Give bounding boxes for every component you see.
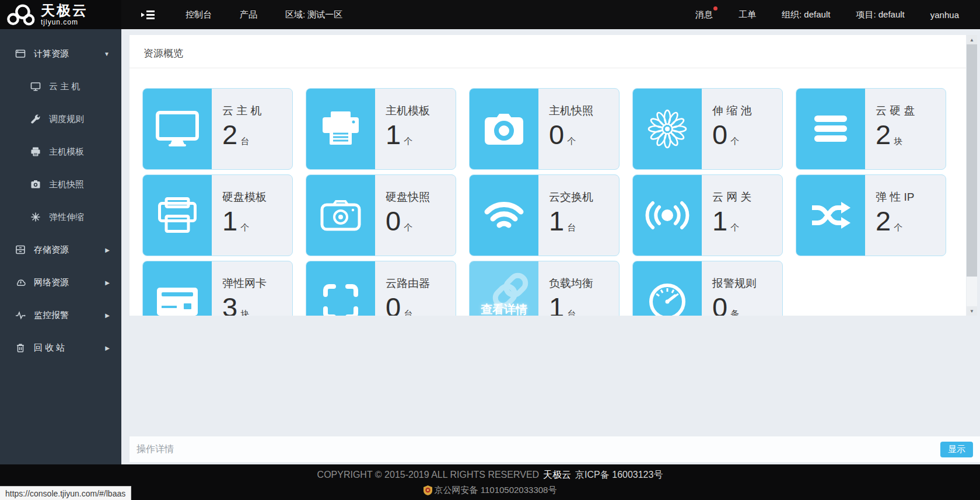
sidebar-item-elastic-scaling[interactable]: 弹性伸缩: [0, 201, 121, 233]
card-cloud-host[interactable]: 云 主 机 2台: [142, 88, 293, 170]
chevron-right-icon: ▶: [105, 345, 110, 351]
card-host-template[interactable]: 主机模板 1个: [306, 88, 456, 170]
elastic-nic-icon: [143, 261, 212, 316]
sidebar-item-label: 回 收 站: [34, 342, 65, 354]
chevron-right-icon: ▶: [105, 247, 110, 253]
show-button[interactable]: 显示: [940, 442, 973, 457]
card-alarm-rule[interactable]: 报警规则 0条: [632, 261, 783, 316]
sidebar-item-storage[interactable]: 存储资源 ▶: [0, 233, 121, 266]
scrollbar-thumb[interactable]: [967, 44, 977, 277]
monitor-icon: [30, 81, 41, 92]
card-unit: 个: [240, 222, 249, 232]
card-unit: 块: [894, 136, 902, 146]
icp-record-link[interactable]: 京ICP备 16003123号: [575, 469, 663, 481]
menu-console[interactable]: 控制台: [186, 9, 212, 20]
card-title: 伸 缩 池: [712, 103, 752, 118]
card-unit: 台: [240, 136, 249, 146]
host-snapshot-icon: [470, 89, 538, 169]
resource-cards: 云 主 机 2台 主机模板 1个: [130, 68, 966, 316]
scroll-down-icon[interactable]: ▼: [967, 306, 977, 316]
resource-overview-panel: 资源概览 云 主 机 2台: [130, 35, 966, 316]
menu-region[interactable]: 区域: 测试一区: [285, 9, 342, 20]
card-value: 3: [222, 292, 237, 316]
sidebar-item-label: 主机快照: [49, 179, 84, 190]
sidebar-item-schedule-rules[interactable]: 调度规则: [0, 103, 121, 135]
card-unit: 台: [404, 309, 412, 316]
card-title: 弹 性 IP: [876, 190, 915, 205]
card-title: 云 主 机: [222, 103, 262, 118]
messages-label: 消息: [695, 9, 713, 19]
card-title: 负载均衡: [549, 276, 593, 291]
sidebar-item-label: 计算资源: [34, 48, 69, 60]
chevron-right-icon: ▶: [105, 312, 110, 319]
card-scaling-pool[interactable]: 伸 缩 池 0个: [632, 88, 783, 170]
card-value: 1: [712, 205, 727, 236]
scroll-up-icon[interactable]: ▲: [967, 35, 977, 44]
tickets-link[interactable]: 工单: [738, 9, 756, 20]
sidebar-item-compute[interactable]: 计算资源 ▼: [0, 37, 121, 70]
card-cloud-gateway[interactable]: 云 网 关 1个: [632, 174, 783, 256]
card-elastic-nic[interactable]: 弹性网卡 3块: [142, 261, 293, 316]
sidebar-item-recycle-bin[interactable]: 回 收 站 ▶: [0, 331, 121, 364]
card-title: 硬盘快照: [386, 190, 430, 205]
cloud-switch-icon: [470, 175, 538, 256]
vertical-scrollbar[interactable]: ▲ ▼: [967, 35, 977, 316]
menu-products[interactable]: 产品: [240, 9, 257, 20]
card-value: 0: [386, 292, 401, 316]
card-value: 1: [222, 205, 237, 236]
card-disk-template[interactable]: 硬盘模板 1个: [142, 174, 293, 256]
sidebar-item-host-snapshot[interactable]: 主机快照: [0, 168, 121, 201]
card-unit: 块: [240, 309, 249, 316]
card-cloud-router[interactable]: 云路由器 0台: [306, 261, 456, 316]
sidebar-item-label: 弹性伸缩: [49, 212, 84, 223]
load-balancer-icon: 查看详情: [470, 261, 538, 316]
card-unit: 条: [730, 309, 739, 316]
sidebar: 计算资源 ▼ 云 主 机 调度规则 主机模板: [0, 29, 121, 464]
card-unit: 台: [567, 309, 576, 316]
sidebar-item-monitoring[interactable]: 监控报警 ▶: [0, 299, 121, 331]
sidebar-item-label: 主机模板: [49, 146, 84, 158]
card-value: 0: [712, 119, 727, 150]
sidebar-item-host-template[interactable]: 主机模板: [0, 135, 121, 168]
card-value: 0: [712, 292, 727, 316]
card-load-balancer[interactable]: 查看详情 负载均衡 1台: [469, 261, 620, 316]
logo[interactable]: 天极云 tjlyun.com: [0, 0, 121, 29]
card-disk-snapshot[interactable]: 硬盘快照 0个: [306, 174, 456, 256]
sidebar-item-label: 监控报警: [34, 310, 69, 321]
project-select[interactable]: 项目: default: [856, 9, 904, 20]
card-host-snapshot[interactable]: 主机快照 0个: [469, 88, 620, 170]
sidebar-item-label: 调度规则: [49, 114, 84, 125]
card-title: 主机快照: [549, 103, 593, 118]
card-unit: 个: [567, 136, 576, 146]
card-value: 0: [549, 119, 564, 150]
sidebar-item-cloud-host[interactable]: 云 主 机: [0, 70, 121, 103]
cloud-host-icon: [143, 89, 212, 169]
card-cloud-switch[interactable]: 云交换机 1台: [469, 174, 620, 256]
alarm-gauge-icon: [633, 261, 702, 316]
card-elastic-ip[interactable]: 弹 性 IP 2个: [796, 174, 946, 256]
operation-detail-bar: 操作详情 显示: [130, 436, 980, 462]
view-detail-label[interactable]: 查看详情: [481, 302, 527, 316]
messages-link[interactable]: 消息: [695, 9, 713, 20]
host-template-icon: [306, 89, 375, 169]
card-cloud-disk[interactable]: 云 硬 盘 2块: [796, 88, 946, 170]
sidebar-item-label: 存储资源: [34, 244, 69, 256]
chevron-right-icon: ▶: [105, 279, 110, 286]
card-unit: 个: [404, 136, 412, 146]
organization-select[interactable]: 组织: default: [782, 9, 830, 20]
disk-snapshot-icon: [306, 175, 375, 256]
cloud-disk-icon: [796, 89, 865, 169]
card-value: 2: [876, 119, 891, 150]
window-icon: [15, 48, 26, 59]
sidebar-item-network[interactable]: 网络资源 ▶: [0, 266, 121, 299]
card-value: 0: [386, 205, 401, 236]
trash-icon: [15, 342, 26, 353]
operation-detail-label: 操作详情: [136, 443, 174, 456]
card-value: 1: [549, 205, 564, 236]
security-record-link[interactable]: 京公网安备 11010502033308号: [435, 485, 557, 496]
storage-box-icon: [15, 244, 26, 255]
user-menu[interactable]: yanhua: [930, 10, 959, 20]
collapse-sidebar-icon[interactable]: [141, 10, 155, 20]
card-value: 2: [222, 119, 237, 150]
card-title: 云交换机: [549, 190, 593, 205]
